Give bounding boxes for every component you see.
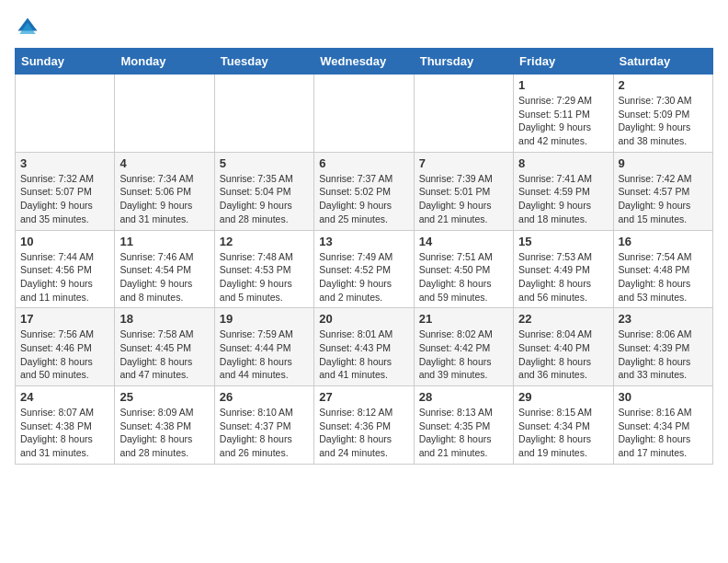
day-number: 18 — [119, 312, 209, 326]
calendar-cell — [314, 75, 414, 153]
day-info: Sunrise: 8:15 AM Sunset: 4:34 PM Dayligh… — [518, 406, 608, 460]
weekday-header-thursday: Thursday — [414, 49, 513, 75]
day-number: 22 — [518, 312, 608, 326]
calendar-week-5: 24Sunrise: 8:07 AM Sunset: 4:38 PM Dayli… — [16, 386, 713, 465]
day-number: 16 — [619, 235, 708, 248]
calendar-table: SundayMondayTuesdayWednesdayThursdayFrid… — [15, 48, 713, 465]
day-number: 15 — [518, 235, 608, 248]
calendar-cell: 24Sunrise: 8:07 AM Sunset: 4:38 PM Dayli… — [16, 386, 115, 465]
calendar-cell: 11Sunrise: 7:46 AM Sunset: 4:54 PM Dayli… — [115, 230, 214, 308]
day-number: 6 — [319, 156, 408, 170]
day-info: Sunrise: 8:12 AM Sunset: 4:36 PM Dayligh… — [319, 406, 408, 460]
day-number: 12 — [220, 235, 309, 248]
calendar-cell: 23Sunrise: 8:06 AM Sunset: 4:39 PM Dayli… — [613, 308, 712, 386]
day-info: Sunrise: 8:13 AM Sunset: 4:35 PM Dayligh… — [419, 406, 508, 460]
calendar-cell — [414, 75, 513, 153]
calendar-cell: 19Sunrise: 7:59 AM Sunset: 4:44 PM Dayli… — [214, 308, 313, 386]
calendar-cell — [214, 75, 313, 153]
day-number: 21 — [419, 312, 508, 326]
day-info: Sunrise: 8:07 AM Sunset: 4:38 PM Dayligh… — [20, 406, 109, 460]
day-info: Sunrise: 8:10 AM Sunset: 4:37 PM Dayligh… — [220, 406, 309, 460]
day-info: Sunrise: 7:29 AM Sunset: 5:11 PM Dayligh… — [518, 94, 608, 148]
day-info: Sunrise: 8:02 AM Sunset: 4:42 PM Dayligh… — [419, 327, 508, 382]
calendar-cell: 26Sunrise: 8:10 AM Sunset: 4:37 PM Dayli… — [214, 386, 313, 465]
calendar-cell: 8Sunrise: 7:41 AM Sunset: 4:59 PM Daylig… — [514, 152, 613, 230]
calendar-cell: 1Sunrise: 7:29 AM Sunset: 5:11 PM Daylig… — [514, 75, 613, 153]
calendar-cell: 17Sunrise: 7:56 AM Sunset: 4:46 PM Dayli… — [16, 308, 115, 386]
day-info: Sunrise: 7:53 AM Sunset: 4:49 PM Dayligh… — [518, 250, 608, 304]
day-number: 29 — [518, 390, 608, 404]
day-info: Sunrise: 7:44 AM Sunset: 4:56 PM Dayligh… — [20, 250, 109, 304]
calendar-cell: 2Sunrise: 7:30 AM Sunset: 5:09 PM Daylig… — [613, 75, 712, 153]
calendar-cell: 21Sunrise: 8:02 AM Sunset: 4:42 PM Dayli… — [414, 308, 513, 386]
day-number: 1 — [518, 78, 608, 92]
day-number: 3 — [20, 156, 109, 170]
calendar-cell: 5Sunrise: 7:35 AM Sunset: 5:04 PM Daylig… — [214, 152, 313, 230]
calendar-cell: 22Sunrise: 8:04 AM Sunset: 4:40 PM Dayli… — [514, 308, 613, 386]
day-number: 17 — [20, 312, 109, 326]
day-number: 30 — [619, 390, 708, 404]
day-info: Sunrise: 7:54 AM Sunset: 4:48 PM Dayligh… — [619, 250, 708, 304]
day-number: 9 — [619, 156, 708, 170]
day-info: Sunrise: 8:16 AM Sunset: 4:34 PM Dayligh… — [619, 406, 708, 460]
day-info: Sunrise: 7:59 AM Sunset: 4:44 PM Dayligh… — [220, 327, 309, 382]
calendar-cell — [115, 75, 214, 153]
day-number: 10 — [20, 235, 109, 248]
day-number: 14 — [419, 235, 508, 248]
day-number: 13 — [319, 235, 408, 248]
calendar-cell: 12Sunrise: 7:48 AM Sunset: 4:53 PM Dayli… — [214, 230, 313, 308]
day-number: 24 — [20, 390, 109, 404]
day-info: Sunrise: 7:49 AM Sunset: 4:52 PM Dayligh… — [319, 250, 408, 304]
calendar-cell: 15Sunrise: 7:53 AM Sunset: 4:49 PM Dayli… — [514, 230, 613, 308]
calendar-cell: 16Sunrise: 7:54 AM Sunset: 4:48 PM Dayli… — [613, 230, 712, 308]
calendar-cell: 27Sunrise: 8:12 AM Sunset: 4:36 PM Dayli… — [314, 386, 414, 465]
day-number: 5 — [220, 156, 309, 170]
day-info: Sunrise: 7:32 AM Sunset: 5:07 PM Dayligh… — [20, 172, 109, 226]
day-number: 28 — [419, 390, 508, 404]
day-info: Sunrise: 7:42 AM Sunset: 4:57 PM Dayligh… — [619, 172, 708, 226]
day-number: 2 — [619, 78, 708, 92]
calendar-cell: 30Sunrise: 8:16 AM Sunset: 4:34 PM Dayli… — [613, 386, 712, 465]
day-info: Sunrise: 7:39 AM Sunset: 5:01 PM Dayligh… — [419, 172, 508, 226]
day-info: Sunrise: 7:41 AM Sunset: 4:59 PM Dayligh… — [518, 172, 608, 226]
day-info: Sunrise: 8:01 AM Sunset: 4:43 PM Dayligh… — [319, 327, 408, 382]
day-info: Sunrise: 8:06 AM Sunset: 4:39 PM Dayligh… — [619, 327, 708, 382]
calendar-week-2: 3Sunrise: 7:32 AM Sunset: 5:07 PM Daylig… — [16, 152, 713, 230]
day-info: Sunrise: 7:35 AM Sunset: 5:04 PM Dayligh… — [220, 172, 309, 226]
day-number: 20 — [319, 312, 408, 326]
day-number: 8 — [518, 156, 608, 170]
calendar-cell: 9Sunrise: 7:42 AM Sunset: 4:57 PM Daylig… — [613, 152, 712, 230]
weekday-header-tuesday: Tuesday — [214, 49, 313, 75]
day-number: 4 — [119, 156, 209, 170]
calendar-body: 1Sunrise: 7:29 AM Sunset: 5:11 PM Daylig… — [16, 75, 713, 465]
calendar-cell: 3Sunrise: 7:32 AM Sunset: 5:07 PM Daylig… — [16, 152, 115, 230]
calendar-cell — [16, 75, 115, 153]
calendar-cell: 28Sunrise: 8:13 AM Sunset: 4:35 PM Dayli… — [414, 386, 513, 465]
calendar-cell: 14Sunrise: 7:51 AM Sunset: 4:50 PM Dayli… — [414, 230, 513, 308]
day-number: 23 — [619, 312, 708, 326]
calendar-cell: 4Sunrise: 7:34 AM Sunset: 5:06 PM Daylig… — [115, 152, 214, 230]
weekday-header-monday: Monday — [115, 49, 214, 75]
calendar-week-1: 1Sunrise: 7:29 AM Sunset: 5:11 PM Daylig… — [16, 75, 713, 153]
day-number: 25 — [119, 390, 209, 404]
logo — [15, 15, 44, 40]
day-number: 27 — [319, 390, 408, 404]
day-info: Sunrise: 7:30 AM Sunset: 5:09 PM Dayligh… — [619, 94, 708, 148]
day-info: Sunrise: 8:09 AM Sunset: 4:38 PM Dayligh… — [119, 406, 209, 460]
day-info: Sunrise: 8:04 AM Sunset: 4:40 PM Dayligh… — [518, 327, 608, 382]
weekday-header-row: SundayMondayTuesdayWednesdayThursdayFrid… — [16, 49, 713, 75]
calendar-cell: 20Sunrise: 8:01 AM Sunset: 4:43 PM Dayli… — [314, 308, 414, 386]
weekday-header-wednesday: Wednesday — [314, 49, 414, 75]
day-info: Sunrise: 7:46 AM Sunset: 4:54 PM Dayligh… — [119, 250, 209, 304]
day-info: Sunrise: 7:56 AM Sunset: 4:46 PM Dayligh… — [20, 327, 109, 382]
calendar-cell: 29Sunrise: 8:15 AM Sunset: 4:34 PM Dayli… — [514, 386, 613, 465]
calendar-cell: 25Sunrise: 8:09 AM Sunset: 4:38 PM Dayli… — [115, 386, 214, 465]
day-number: 19 — [220, 312, 309, 326]
header — [15, 15, 713, 40]
calendar-cell: 18Sunrise: 7:58 AM Sunset: 4:45 PM Dayli… — [115, 308, 214, 386]
logo-icon — [15, 15, 40, 40]
calendar-week-3: 10Sunrise: 7:44 AM Sunset: 4:56 PM Dayli… — [16, 230, 713, 308]
weekday-header-sunday: Sunday — [16, 49, 115, 75]
day-number: 7 — [419, 156, 508, 170]
day-info: Sunrise: 7:51 AM Sunset: 4:50 PM Dayligh… — [419, 250, 508, 304]
